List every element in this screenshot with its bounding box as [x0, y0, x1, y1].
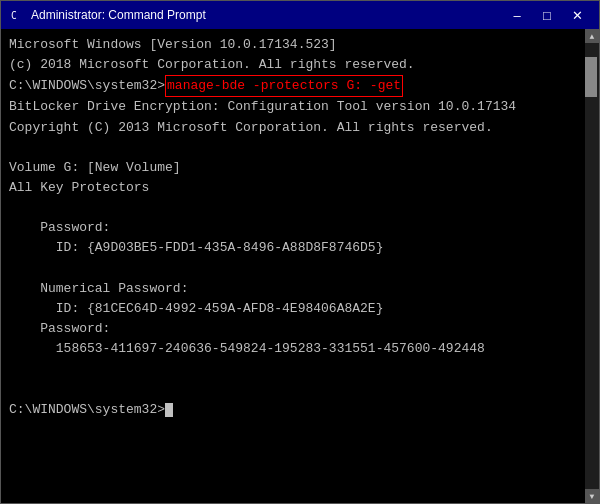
output-line-17	[9, 359, 575, 379]
output-line-9	[9, 198, 575, 218]
current-prompt-line: C:\WINDOWS\system32>	[9, 400, 575, 420]
command-prompt-window: C Administrator: Command Prompt – □ ✕ Mi…	[0, 0, 600, 504]
output-line-1: Microsoft Windows [Version 10.0.17134.52…	[9, 35, 575, 55]
output-line-7: Volume G: [New Volume]	[9, 158, 575, 178]
scrollbar[interactable]: ▲ ▼	[585, 29, 599, 503]
command-line: C:\WINDOWS\system32>manage-bde -protecto…	[9, 75, 575, 97]
output-line-12	[9, 259, 575, 279]
command-text: manage-bde -protectors G: -get	[165, 75, 403, 97]
scroll-down-arrow[interactable]: ▼	[585, 489, 599, 503]
output-line-6	[9, 138, 575, 158]
maximize-button[interactable]: □	[533, 5, 561, 25]
prompt-text-1: C:\WINDOWS\system32>	[9, 76, 165, 96]
output-line-11: ID: {A9D03BE5-FDD1-435A-8496-A88D8F8746D…	[9, 238, 575, 258]
output-line-4: BitLocker Drive Encryption: Configuratio…	[9, 97, 575, 117]
svg-text:C: C	[11, 10, 17, 21]
scrollbar-track[interactable]	[585, 43, 599, 489]
output-line-5: Copyright (C) 2013 Microsoft Corporation…	[9, 118, 575, 138]
title-bar: C Administrator: Command Prompt – □ ✕	[1, 1, 599, 29]
output-line-13: Numerical Password:	[9, 279, 575, 299]
output-line-14: ID: {81CEC64D-4992-459A-AFD8-4E98406A8A2…	[9, 299, 575, 319]
console-output: Microsoft Windows [Version 10.0.17134.52…	[9, 35, 591, 420]
output-line-10: Password:	[9, 218, 575, 238]
window-title: Administrator: Command Prompt	[31, 8, 503, 22]
output-line-2: (c) 2018 Microsoft Corporation. All righ…	[9, 55, 575, 75]
window-controls: – □ ✕	[503, 5, 591, 25]
minimize-button[interactable]: –	[503, 5, 531, 25]
scrollbar-thumb[interactable]	[585, 57, 597, 97]
cmd-icon: C	[9, 7, 25, 23]
cursor	[165, 403, 173, 417]
console-area[interactable]: Microsoft Windows [Version 10.0.17134.52…	[1, 29, 599, 503]
output-line-8: All Key Protectors	[9, 178, 575, 198]
output-line-18	[9, 379, 575, 399]
prompt-text-2: C:\WINDOWS\system32>	[9, 400, 165, 420]
close-button[interactable]: ✕	[563, 5, 591, 25]
output-line-15: Password:	[9, 319, 575, 339]
scroll-up-arrow[interactable]: ▲	[585, 29, 599, 43]
output-line-16: 158653-411697-240636-549824-195283-33155…	[9, 339, 575, 359]
